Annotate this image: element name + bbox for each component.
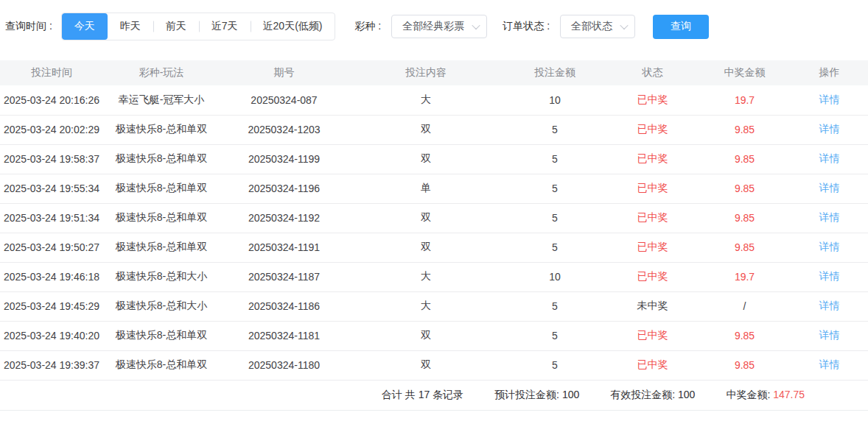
status-cell: 已中奖 [606, 174, 699, 203]
bet-time-cell: 2025-03-24 19:55:34 [0, 174, 103, 203]
status-cell: 已中奖 [606, 321, 699, 350]
time-range-group: 今天昨天前天近7天近20天(低频) [61, 13, 336, 40]
game-play-cell: 极速快乐8-总和单双 [103, 115, 220, 144]
game-play-cell: 极速快乐8-总和单双 [103, 203, 220, 233]
prize-cell: 9.85 [699, 350, 791, 380]
bet-time-cell: 2025-03-24 19:50:27 [0, 233, 103, 262]
detail-link[interactable]: 详情 [819, 358, 840, 370]
bet-time-cell: 2025-03-24 19:40:20 [0, 321, 103, 350]
time-filter-last-20-days[interactable]: 近20天(低频) [251, 13, 335, 40]
detail-link[interactable]: 详情 [819, 93, 840, 105]
lottery-type-select[interactable]: 全部经典彩票 [391, 15, 487, 38]
expected-bet-amount: 预计投注金额: 100 [494, 389, 579, 402]
detail-link[interactable]: 详情 [819, 300, 840, 311]
bet-content-cell: 双 [349, 203, 503, 233]
game-play-cell: 极速快乐8-总和单双 [103, 233, 220, 262]
bet-content-cell: 双 [349, 350, 503, 380]
total-prize-value: 147.75 [773, 389, 805, 400]
action-cell: 详情 [791, 144, 868, 174]
order-status-select[interactable]: 全部状态 [560, 15, 635, 38]
issue-cell: 20250324-1199 [220, 144, 349, 174]
game-play-cell: 极速快乐8-总和单双 [103, 350, 220, 380]
game-play-cell: 极速快乐8-总和单双 [103, 174, 220, 203]
issue-cell: 20250324-1180 [220, 350, 349, 380]
total-records: 合计 共 17 条记录 [382, 389, 463, 402]
issue-cell: 20250324-1191 [220, 233, 349, 262]
total-prize-label: 中奖金额: [726, 389, 770, 400]
lottery-type-label: 彩种 : [354, 20, 381, 33]
time-filter-label: 查询时间 : [5, 20, 52, 33]
issue-cell: 20250324-1186 [220, 291, 349, 321]
game-play-cell: 幸运飞艇-冠军大小 [103, 85, 220, 115]
table-row: 2025-03-24 19:40:20极速快乐8-总和单双20250324-11… [0, 321, 868, 350]
chevron-down-icon [620, 21, 628, 29]
game-play-cell: 极速快乐8-总和单双 [103, 144, 220, 174]
table-row: 2025-03-24 19:46:18极速快乐8-总和大小20250324-11… [0, 262, 868, 291]
status-cell: 已中奖 [606, 203, 699, 233]
time-filter-yesterday[interactable]: 昨天 [108, 13, 153, 40]
lottery-type-value: 全部经典彩票 [402, 20, 464, 33]
col-header-action: 操作 [791, 60, 868, 85]
bet-amount-cell: 5 [503, 115, 606, 144]
bet-time-cell: 2025-03-24 19:46:18 [0, 262, 103, 291]
table-row: 2025-03-24 19:55:34极速快乐8-总和单双20250324-11… [0, 174, 868, 203]
summary-bar: 合计 共 17 条记录 预计投注金额: 100 有效投注金额: 100 中奖金额… [0, 381, 868, 410]
records-table: 投注时间 彩种-玩法 期号 投注内容 投注金额 状态 中奖金额 操作 2025-… [0, 60, 868, 381]
detail-link[interactable]: 详情 [819, 182, 840, 194]
bet-amount-cell: 5 [503, 174, 606, 203]
game-play-cell: 极速快乐8-总和单双 [103, 321, 220, 350]
prize-cell: 9.85 [699, 144, 791, 174]
prize-cell: 9.85 [699, 321, 791, 350]
action-cell: 详情 [791, 350, 868, 380]
bet-time-cell: 2025-03-24 19:45:29 [0, 291, 103, 321]
query-button[interactable]: 查询 [653, 15, 709, 39]
col-header-game-play: 彩种-玩法 [103, 60, 220, 85]
col-header-prize: 中奖金额 [699, 60, 791, 85]
detail-link[interactable]: 详情 [819, 270, 840, 282]
col-header-status: 状态 [606, 60, 699, 85]
status-cell: 已中奖 [606, 144, 699, 174]
detail-link[interactable]: 详情 [819, 123, 840, 135]
issue-cell: 20250324-1192 [220, 203, 349, 233]
bet-amount-cell: 10 [503, 85, 606, 115]
table-row: 2025-03-24 20:16:26幸运飞艇-冠军大小20250324-087… [0, 85, 868, 115]
action-cell: 详情 [791, 321, 868, 350]
table-row: 2025-03-24 19:51:34极速快乐8-总和单双20250324-11… [0, 203, 868, 233]
bet-time-cell: 2025-03-24 19:58:37 [0, 144, 103, 174]
time-filter-today[interactable]: 今天 [62, 13, 108, 40]
detail-link[interactable]: 详情 [819, 329, 840, 341]
bet-content-cell: 双 [349, 321, 503, 350]
chevron-down-icon [472, 21, 480, 29]
issue-cell: 20250324-1203 [220, 115, 349, 144]
valid-bet-amount-value: 100 [678, 389, 695, 400]
records-body: 2025-03-24 20:16:26幸运飞艇-冠军大小20250324-087… [0, 85, 868, 380]
bet-time-cell: 2025-03-24 19:51:34 [0, 203, 103, 233]
status-cell: 已中奖 [606, 262, 699, 291]
order-status-label: 订单状态 : [503, 20, 550, 33]
prize-cell: 19.7 [699, 262, 791, 291]
bet-content-cell: 大 [349, 85, 503, 115]
col-header-bet-content: 投注内容 [349, 60, 503, 85]
prize-cell: 9.85 [699, 233, 791, 262]
time-filter-last-7-days[interactable]: 近7天 [199, 13, 251, 40]
time-filter-day-before[interactable]: 前天 [153, 13, 199, 40]
issue-cell: 20250324-087 [220, 85, 349, 115]
filter-bar: 查询时间 : 今天昨天前天近7天近20天(低频) 彩种 : 全部经典彩票 订单状… [0, 0, 868, 53]
prize-cell: / [699, 291, 791, 321]
bet-amount-cell: 5 [503, 321, 606, 350]
valid-bet-amount-label: 有效投注金额: [610, 389, 675, 400]
bet-content-cell: 大 [349, 262, 503, 291]
prize-cell: 9.85 [699, 115, 791, 144]
issue-cell: 20250324-1196 [220, 174, 349, 203]
detail-link[interactable]: 详情 [819, 152, 840, 164]
bet-time-cell: 2025-03-24 19:39:37 [0, 350, 103, 380]
bet-amount-cell: 5 [503, 144, 606, 174]
detail-link[interactable]: 详情 [819, 211, 840, 223]
detail-link[interactable]: 详情 [819, 241, 840, 252]
prize-cell: 19.7 [699, 85, 791, 115]
table-row: 2025-03-24 19:45:29极速快乐8-总和大小20250324-11… [0, 291, 868, 321]
action-cell: 详情 [791, 291, 868, 321]
bet-amount-cell: 5 [503, 350, 606, 380]
action-cell: 详情 [791, 115, 868, 144]
bottom-divider [0, 410, 868, 411]
